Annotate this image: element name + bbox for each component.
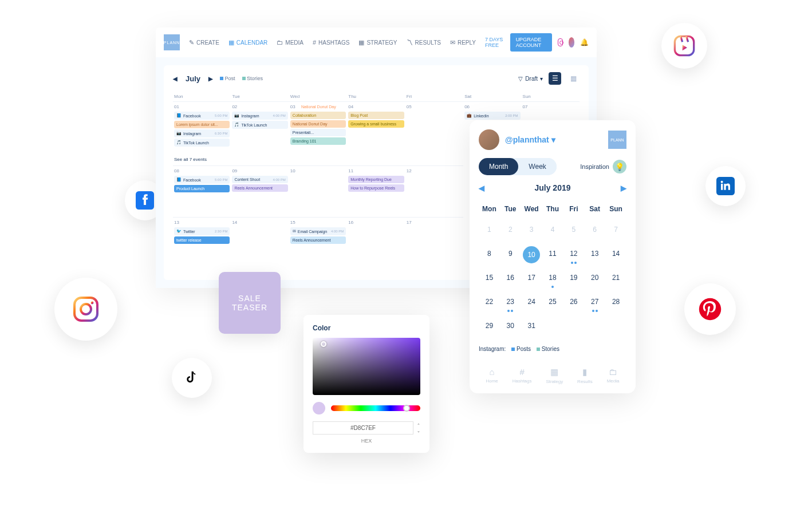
- mini-day[interactable]: 8: [479, 244, 500, 266]
- hue-thumb[interactable]: [403, 405, 410, 412]
- bell-icon[interactable]: 🔔: [580, 38, 589, 46]
- mini-day[interactable]: 25: [542, 292, 563, 314]
- cal-cell[interactable]: 10: [289, 165, 347, 217]
- mini-day[interactable]: 11: [542, 244, 563, 266]
- spin-up[interactable]: ⌃: [417, 423, 420, 428]
- cal-cell[interactable]: 03 National Donut Day Collaboration Nati…: [289, 101, 347, 153]
- mini-day[interactable]: 18: [542, 268, 563, 290]
- event[interactable]: 🎵 TikTok Launch: [232, 121, 287, 129]
- mini-day[interactable]: 24: [521, 292, 542, 314]
- event[interactable]: Growing a small business: [348, 120, 404, 128]
- event[interactable]: ✉ Email Campaign4:00 PM: [290, 227, 346, 235]
- cal-cell[interactable]: 13 🐦 Twitter2:30 PM twitter release: [173, 217, 231, 269]
- nav-calendar[interactable]: ▦CALENDAR: [228, 39, 267, 46]
- mini-day[interactable]: 3: [521, 220, 542, 242]
- cal-cell[interactable]: 12: [405, 165, 463, 217]
- event[interactable]: Blog Post: [348, 112, 404, 119]
- upgrade-button[interactable]: UPGRADE ACCOUNT: [510, 33, 552, 52]
- list-view-button[interactable]: ☰: [549, 72, 561, 85]
- mini-day[interactable]: 22: [479, 292, 500, 314]
- event[interactable]: Monthly Reporting Due: [348, 176, 404, 183]
- mini-day[interactable]: 28: [605, 292, 626, 314]
- event[interactable]: 📷 Instagram6:30 PM: [174, 129, 230, 137]
- event[interactable]: Lorem ipsum dolor sit...: [174, 121, 230, 128]
- mini-day[interactable]: 5: [563, 220, 584, 242]
- cal-cell[interactable]: 17: [405, 217, 463, 269]
- cal-cell[interactable]: 09 Content Shoot4:00 PM Reels Announceme…: [231, 165, 289, 217]
- prev-month-arrow[interactable]: ◀: [173, 76, 178, 82]
- bn-strategy[interactable]: ▦Strategy: [546, 367, 563, 384]
- mini-day[interactable]: 31: [521, 316, 542, 338]
- mini-day[interactable]: 4: [542, 220, 563, 242]
- hue-slider[interactable]: [331, 405, 420, 411]
- event[interactable]: Branding 101: [290, 137, 346, 145]
- event[interactable]: 🐦 Twitter2:30 PM: [174, 227, 230, 235]
- mini-day[interactable]: 16: [500, 268, 521, 290]
- mini-day[interactable]: 6: [584, 220, 605, 242]
- tab-month[interactable]: Month: [479, 158, 518, 175]
- mini-day[interactable]: 21: [605, 268, 626, 290]
- user-avatar[interactable]: [569, 37, 574, 48]
- inspiration-button[interactable]: Inspiration💡: [580, 160, 626, 173]
- mini-day[interactable]: 7: [605, 220, 626, 242]
- sale-teaser-tile[interactable]: SALE TEASER: [219, 272, 281, 334]
- event[interactable]: Presentati...: [290, 129, 346, 136]
- bn-hashtags[interactable]: #Hashtags: [513, 367, 532, 384]
- event[interactable]: twitter release: [174, 236, 230, 244]
- cal-cell[interactable]: 02 📷 Instagram4:00 PM 🎵 TikTok Launch: [231, 101, 289, 153]
- event[interactable]: How to Repurpose Reels: [348, 184, 404, 192]
- event[interactable]: National Donut Day: [290, 120, 346, 128]
- nav-strategy[interactable]: ▦STRATEGY: [358, 39, 397, 46]
- nav-reply[interactable]: ✉REPLY: [450, 39, 476, 46]
- mini-day[interactable]: 2: [500, 220, 521, 242]
- spin-down[interactable]: ⌄: [417, 429, 420, 433]
- mini-day[interactable]: 17: [521, 268, 542, 290]
- mini-day[interactable]: 23: [500, 292, 521, 314]
- cal-cell[interactable]: 16: [347, 217, 405, 269]
- sat-val-area[interactable]: [313, 338, 420, 395]
- cal-cell[interactable]: 11 Monthly Reporting Due How to Repurpos…: [347, 165, 405, 217]
- mini-day[interactable]: 1: [479, 220, 500, 242]
- event[interactable]: Reels Announcement: [232, 184, 287, 192]
- mini-day-selected[interactable]: 10: [523, 246, 540, 263]
- mini-day[interactable]: 13: [584, 244, 605, 266]
- nav-media[interactable]: 🗀MEDIA: [277, 39, 303, 46]
- cal-cell[interactable]: 08 📘 Facebook5:00 PM Product Launch: [173, 165, 231, 217]
- tab-week[interactable]: Week: [518, 158, 556, 175]
- event[interactable]: Collaboration: [290, 112, 346, 119]
- cal-cell[interactable]: 04 Blog Post Growing a small business: [347, 101, 405, 153]
- mini-day[interactable]: 20: [584, 268, 605, 290]
- mini-day[interactable]: 29: [479, 316, 500, 338]
- event[interactable]: Content Shoot4:00 PM: [232, 176, 287, 183]
- cal-cell[interactable]: 05: [405, 101, 463, 153]
- mini-day[interactable]: 14: [605, 244, 626, 266]
- event[interactable]: 🎵 TikTok Launch: [174, 139, 230, 147]
- event[interactable]: Product Launch: [174, 185, 230, 192]
- mini-day[interactable]: 15: [479, 268, 500, 290]
- mini-prev-arrow[interactable]: ◀: [479, 184, 484, 192]
- mini-day[interactable]: 26: [563, 292, 584, 314]
- nav-hashtags[interactable]: #HASHTAGS: [313, 39, 349, 46]
- draft-filter[interactable]: ▽Draft▾: [518, 76, 543, 82]
- profile-handle[interactable]: @plannthat ▾: [505, 135, 555, 144]
- event[interactable]: 📘 Facebook5:00 PM: [174, 176, 230, 184]
- next-month-arrow[interactable]: ▶: [208, 76, 213, 82]
- bn-media[interactable]: 🗀Media: [607, 367, 620, 384]
- cal-cell[interactable]: 15 ✉ Email Campaign4:00 PM Reels Announc…: [289, 217, 347, 269]
- mini-day[interactable]: 12: [563, 244, 584, 266]
- cal-cell[interactable]: 14: [231, 217, 289, 269]
- instagram-mini-icon[interactable]: [558, 38, 563, 46]
- mini-day[interactable]: 9: [500, 244, 521, 266]
- profile-avatar[interactable]: [479, 129, 499, 150]
- bn-home[interactable]: ⌂Home: [486, 367, 498, 384]
- hex-input[interactable]: [313, 421, 413, 435]
- event[interactable]: 📘 Facebook5:00 PM: [174, 112, 230, 120]
- nav-results[interactable]: 〽RESULTS: [407, 39, 441, 46]
- bn-results[interactable]: ▮Results: [577, 367, 593, 384]
- mini-next-arrow[interactable]: ▶: [621, 184, 626, 192]
- mini-day[interactable]: 30: [500, 316, 521, 338]
- mini-day[interactable]: 19: [563, 268, 584, 290]
- nav-create[interactable]: ✎CREATE: [189, 39, 219, 46]
- event[interactable]: Reels Announcement: [290, 236, 346, 244]
- cal-cell[interactable]: 01 📘 Facebook5:00 PM Lorem ipsum dolor s…: [173, 101, 231, 153]
